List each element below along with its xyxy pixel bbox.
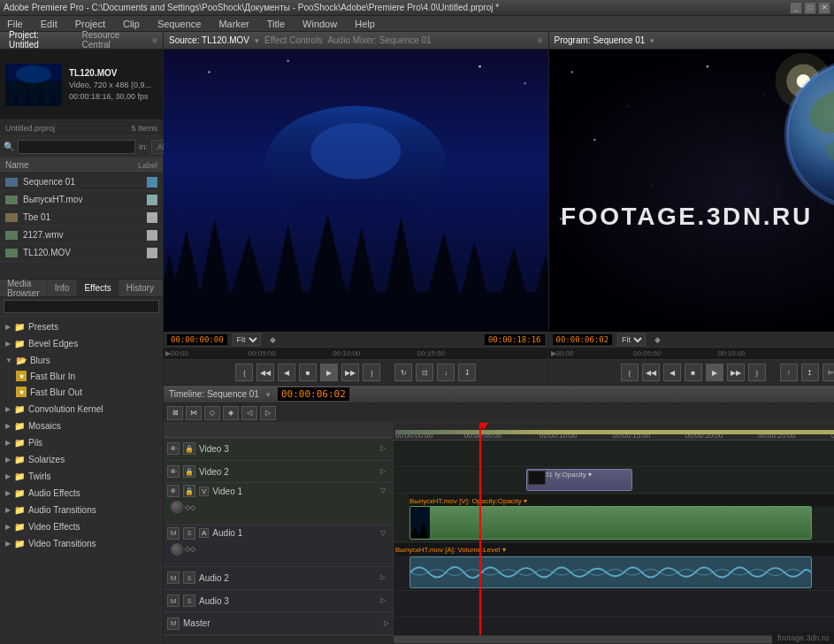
track-visibility-toggle[interactable]: 👁 (167, 485, 180, 497)
track-collapse-btn[interactable]: ▽ (380, 529, 389, 538)
tab-media-browser[interactable]: Media Browser (0, 280, 48, 296)
btn-play-prog[interactable]: ▶ (706, 364, 723, 381)
list-item[interactable]: Tbe 01 (0, 209, 163, 226)
tab-effects[interactable]: Effects (77, 280, 119, 296)
btn-go-to-prev[interactable]: ◁ (241, 406, 257, 420)
effect-subcategory[interactable]: ★ Fast Blur Out (2, 384, 161, 400)
effect-category-header[interactable]: ▶ 📁 Solarizes (2, 451, 161, 467)
effect-category-header[interactable]: ▼ 📂 Blurs (2, 352, 161, 368)
btn-play[interactable]: ▶ (320, 364, 338, 381)
menu-edit[interactable]: Edit (37, 19, 61, 29)
btn-go-to-next[interactable]: ▷ (260, 406, 276, 420)
effect-category-header[interactable]: ▶ 📁 Bevel Edges (2, 335, 161, 351)
track-collapse-btn[interactable]: ▷ (380, 467, 389, 476)
effect-category-header[interactable]: ▶ 📁 Audio Effects (2, 485, 161, 501)
track-sync-lock[interactable]: A (199, 528, 209, 538)
minimize-button[interactable]: _ (790, 2, 802, 14)
close-button[interactable]: ✕ (818, 2, 830, 14)
source-timecode-out[interactable]: 00:00:18:16 (485, 334, 545, 345)
track-lane-audio2[interactable] (394, 591, 834, 617)
btn-step-forward-prog[interactable]: ▶▶ (727, 364, 745, 381)
track-lane-video2[interactable]: Title 01 fy:Opacity ▾ (394, 467, 834, 494)
track-lane-audio3[interactable] (394, 617, 834, 635)
program-timecode-in[interactable]: 00:00:06:02 (553, 334, 613, 345)
list-item[interactable]: TL120.MOV (0, 244, 163, 262)
project-search-input[interactable] (18, 140, 135, 154)
btn-overwrite[interactable]: ↧ (458, 364, 476, 381)
btn-loop[interactable]: ↻ (394, 364, 412, 381)
track-sync-lock[interactable]: V (199, 487, 209, 496)
btn-mark-out-prog[interactable]: } (748, 364, 766, 381)
master-expand[interactable]: ▷ (384, 619, 389, 627)
menu-help[interactable]: Help (351, 19, 379, 29)
track-collapse-btn[interactable]: ▷ (380, 573, 389, 582)
btn-snap[interactable]: ⊠ (167, 406, 183, 420)
track-solo-toggle[interactable]: S (183, 571, 195, 584)
btn-safe[interactable]: ⊡ (416, 364, 433, 381)
source-tab-dropdown[interactable]: ▾ (255, 36, 259, 45)
track-visibility-toggle[interactable]: 👁 (167, 465, 180, 478)
track-solo-toggle[interactable]: S (183, 527, 195, 540)
track-mute-toggle[interactable]: M (167, 594, 180, 607)
track-lock-toggle[interactable]: 🔒 (183, 485, 195, 497)
program-tab-dropdown[interactable]: ▾ (650, 36, 654, 45)
list-item[interactable]: Sequence 01 (0, 173, 163, 191)
list-item[interactable]: 2127.wmv (0, 226, 163, 244)
effect-category-header[interactable]: ▶ 📁 Pils (2, 434, 161, 450)
menu-clip[interactable]: Clip (119, 19, 143, 29)
track-volume-knob[interactable] (171, 543, 183, 556)
source-timecode-in[interactable]: 00:00:00:00 (167, 334, 227, 345)
btn-mark-in-prog[interactable]: { (621, 364, 639, 381)
btn-add-marker[interactable]: ◇ (204, 406, 220, 420)
btn-add-num-marker[interactable]: ◈ (223, 406, 239, 420)
btn-step-forward[interactable]: ▶▶ (341, 364, 359, 381)
effects-search-input[interactable] (4, 300, 159, 313)
track-visibility-toggle[interactable]: 👁 (167, 442, 180, 455)
btn-lift[interactable]: ↑ (780, 364, 798, 381)
track-lane-audio1[interactable]: ВыпускHT.mov [A]: Volume:Level ▾ (394, 542, 834, 591)
video-clip-main[interactable] (409, 506, 812, 540)
track-collapse-btn[interactable]: ▷ (380, 444, 389, 453)
source-fit-dropdown[interactable]: Fit (233, 334, 261, 346)
work-area-bar[interactable] (395, 430, 834, 434)
tab-source[interactable]: Source: TL120.MOV (169, 35, 249, 45)
track-mute-toggle[interactable]: M (167, 571, 180, 584)
btn-stop-prog[interactable]: ■ (685, 364, 702, 381)
tab-resource-central[interactable]: Resource Central (79, 30, 153, 50)
track-mute-toggle[interactable]: M (167, 527, 180, 540)
btn-stop[interactable]: ■ (299, 364, 317, 381)
audio-clip-main[interactable] (409, 556, 812, 588)
timeline-horizontal-scrollbar[interactable] (164, 635, 834, 644)
menu-marker[interactable]: Marker (215, 19, 252, 29)
track-lane-video3[interactable] (394, 441, 834, 467)
video-clip-title[interactable]: Title 01 fy:Opacity ▾ (526, 469, 632, 491)
menu-project[interactable]: Project (72, 19, 109, 29)
tab-effect-controls[interactable]: Effect Controls (264, 35, 322, 45)
maximize-button[interactable]: □ (804, 2, 816, 14)
menu-file[interactable]: File (4, 19, 27, 29)
track-solo-toggle[interactable]: S (183, 594, 195, 607)
track-mute-toggle[interactable]: M (167, 617, 180, 630)
program-fit-dropdown[interactable]: Fit (617, 334, 646, 346)
track-lock-toggle[interactable]: 🔒 (183, 465, 195, 478)
menu-sequence[interactable]: Sequence (154, 19, 205, 29)
timeline-tracks-area[interactable]: 00:00:00:00 00:00:05:00 00:00:10:00 00:0… (394, 423, 834, 635)
btn-step-back[interactable]: ◀◀ (256, 364, 274, 381)
track-collapse-btn[interactable]: ▷ (380, 596, 389, 605)
tab-program[interactable]: Program: Sequence 01 (555, 35, 646, 45)
track-opacity-knob[interactable] (171, 501, 183, 513)
effect-category-header[interactable]: ▶ 📁 Audio Transitions (2, 502, 161, 518)
effect-category-header[interactable]: ▶ 📁 Video Effects (2, 518, 161, 534)
btn-mark-in[interactable]: { (235, 364, 253, 381)
btn-play-reverse-prog[interactable]: ◀ (663, 364, 681, 381)
effect-subcategory[interactable]: ★ Fast Blur In (2, 368, 161, 384)
tab-audio-mixer[interactable]: Audio Mixer: Sequence 01 (327, 35, 431, 45)
source-monitor-menu[interactable]: ≡ (538, 35, 543, 45)
tab-info[interactable]: Info (48, 280, 78, 296)
btn-step-back-prog[interactable]: ◀◀ (642, 364, 660, 381)
effect-category-header[interactable]: ▶ 📁 Mosaics (2, 418, 161, 433)
track-lock-toggle[interactable]: 🔒 (183, 442, 195, 455)
btn-extract[interactable]: ↥ (801, 364, 819, 381)
btn-trim-in[interactable]: ⊨ (823, 364, 834, 381)
effect-category-header[interactable]: ▶ 📁 Presets (2, 318, 161, 334)
